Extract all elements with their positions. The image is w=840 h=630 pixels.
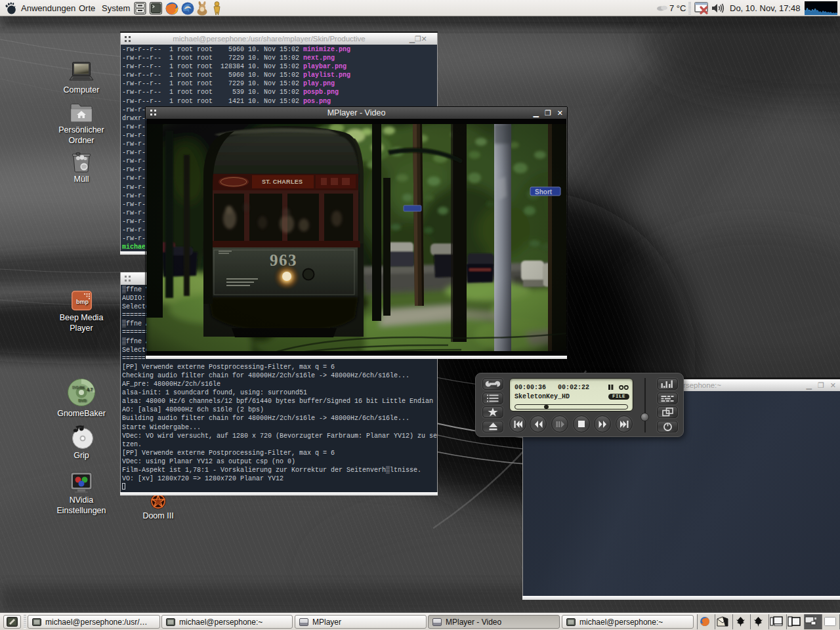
svg-text:4.7: 4.7 <box>87 387 93 392</box>
svg-text:DVD: DVD <box>78 398 87 402</box>
svg-text:bmp: bmp <box>76 299 89 305</box>
svg-text:DVD-RW: DVD-RW <box>72 386 85 389</box>
